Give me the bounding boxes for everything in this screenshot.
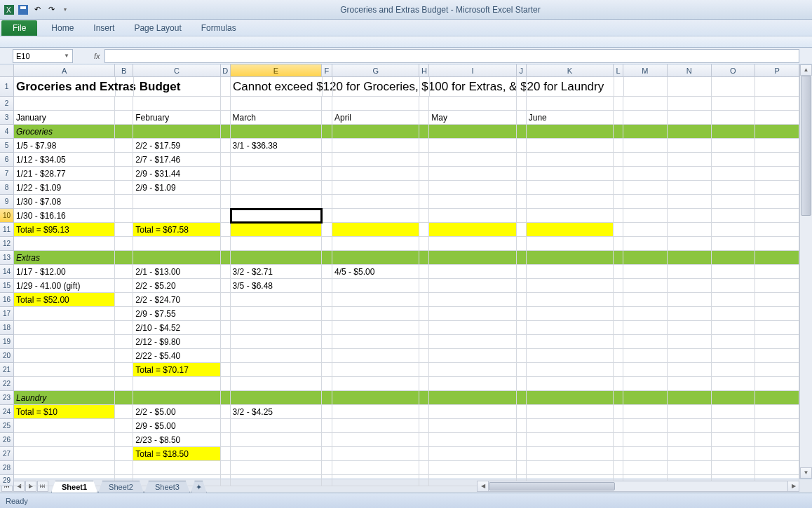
cell-L8[interactable]: [614, 181, 623, 195]
row-header-24[interactable]: 24: [0, 405, 14, 419]
cell-A15[interactable]: 1/29 - 41.00 (gift): [14, 279, 115, 293]
col-header-F[interactable]: F: [322, 64, 332, 77]
cell-J14[interactable]: [517, 265, 527, 279]
cell-L11[interactable]: [614, 223, 623, 237]
cell-H3[interactable]: [419, 111, 429, 125]
cell-I12[interactable]: [429, 237, 516, 251]
cell-J10[interactable]: [517, 209, 527, 223]
cell-L10[interactable]: [614, 209, 623, 223]
cell-C24[interactable]: 2/2 - $5.00: [133, 405, 220, 419]
cell-L15[interactable]: [614, 279, 623, 293]
cell-I18[interactable]: [429, 321, 516, 335]
cell-P1[interactable]: [755, 77, 799, 97]
cell-B7[interactable]: [115, 167, 133, 181]
cell-D14[interactable]: [221, 265, 231, 279]
cell-G2[interactable]: [332, 97, 419, 111]
cell-H16[interactable]: [419, 293, 429, 307]
cell-E24[interactable]: 3/2 - $4.25: [231, 405, 322, 419]
row-header-28[interactable]: 28: [0, 461, 14, 475]
cell-O10[interactable]: [712, 209, 756, 223]
cell-A16[interactable]: Total = $52.00: [14, 293, 115, 307]
cell-I25[interactable]: [429, 419, 516, 433]
cell-M15[interactable]: [623, 279, 668, 293]
cell-I8[interactable]: [429, 181, 516, 195]
row-header-20[interactable]: 20: [0, 349, 14, 363]
cell-A27[interactable]: [14, 447, 115, 461]
cell-D22[interactable]: [221, 377, 231, 391]
cell-F16[interactable]: [322, 293, 332, 307]
cell-C7[interactable]: 2/9 - $31.44: [133, 167, 220, 181]
cell-J4[interactable]: [517, 125, 527, 139]
cell-L25[interactable]: [614, 419, 623, 433]
cell-K25[interactable]: [527, 419, 614, 433]
ribbon-tab-pagelayout[interactable]: Page Layout: [124, 20, 191, 36]
cell-P19[interactable]: [755, 335, 799, 349]
cell-I13[interactable]: [429, 251, 516, 265]
cell-F25[interactable]: [322, 419, 332, 433]
cell-A11[interactable]: Total = $95.13: [14, 223, 115, 237]
cell-E19[interactable]: [231, 335, 322, 349]
cell-K26[interactable]: [527, 433, 614, 447]
cell-I28[interactable]: [429, 461, 516, 475]
cell-J17[interactable]: [517, 307, 527, 321]
cell-B18[interactable]: [115, 321, 133, 335]
cell-M9[interactable]: [623, 195, 668, 209]
cell-H7[interactable]: [419, 167, 429, 181]
cell-N24[interactable]: [668, 405, 712, 419]
cell-C3[interactable]: February: [133, 111, 220, 125]
cell-O4[interactable]: [712, 125, 756, 139]
cell-C12[interactable]: [133, 237, 220, 251]
cell-B14[interactable]: [115, 265, 133, 279]
cell-N28[interactable]: [668, 461, 712, 475]
vertical-scroll-thumb[interactable]: [801, 76, 811, 216]
cell-P7[interactable]: [755, 167, 799, 181]
cell-N8[interactable]: [668, 181, 712, 195]
cell-I21[interactable]: [429, 363, 516, 377]
cell-N12[interactable]: [668, 237, 712, 251]
cell-N25[interactable]: [668, 419, 712, 433]
cell-O13[interactable]: [712, 251, 756, 265]
cell-L6[interactable]: [614, 153, 623, 167]
cell-N1[interactable]: [668, 77, 712, 97]
cell-J2[interactable]: [517, 97, 527, 111]
cell-D15[interactable]: [221, 279, 231, 293]
cell-L23[interactable]: [614, 391, 623, 405]
cell-D25[interactable]: [221, 419, 231, 433]
cell-C15[interactable]: 2/2 - $5.20: [133, 279, 220, 293]
cell-L16[interactable]: [614, 293, 623, 307]
cell-L12[interactable]: [614, 237, 623, 251]
cell-P16[interactable]: [755, 293, 799, 307]
cell-G4[interactable]: [332, 125, 419, 139]
cell-D12[interactable]: [221, 237, 231, 251]
cell-D21[interactable]: [221, 363, 231, 377]
cell-M18[interactable]: [623, 321, 668, 335]
cell-M27[interactable]: [623, 447, 668, 461]
cell-K7[interactable]: [527, 167, 614, 181]
row-header-23[interactable]: 23: [0, 391, 14, 405]
cell-M23[interactable]: [623, 391, 668, 405]
cell-J24[interactable]: [517, 405, 527, 419]
cell-L28[interactable]: [614, 461, 623, 475]
cell-F4[interactable]: [322, 125, 332, 139]
cell-K21[interactable]: [527, 363, 614, 377]
cell-B21[interactable]: [115, 363, 133, 377]
cell-L14[interactable]: [614, 265, 623, 279]
ribbon-tab-formulas[interactable]: Formulas: [191, 20, 246, 36]
cell-O7[interactable]: [712, 167, 756, 181]
cell-G5[interactable]: [332, 139, 419, 153]
cell-O12[interactable]: [712, 237, 756, 251]
cell-B25[interactable]: [115, 419, 133, 433]
cell-L13[interactable]: [614, 251, 623, 265]
cell-K23[interactable]: [527, 391, 614, 405]
cell-L9[interactable]: [614, 195, 623, 209]
cell-J28[interactable]: [517, 461, 527, 475]
cell-D16[interactable]: [221, 293, 231, 307]
cell-N6[interactable]: [668, 153, 712, 167]
cell-H21[interactable]: [419, 363, 429, 377]
cell-P18[interactable]: [755, 321, 799, 335]
cell-A23[interactable]: Laundry: [14, 391, 115, 405]
cell-B3[interactable]: [115, 111, 133, 125]
cell-K18[interactable]: [527, 321, 614, 335]
cell-A9[interactable]: 1/30 - $7.08: [14, 195, 115, 209]
row-header-9[interactable]: 9: [0, 195, 14, 209]
